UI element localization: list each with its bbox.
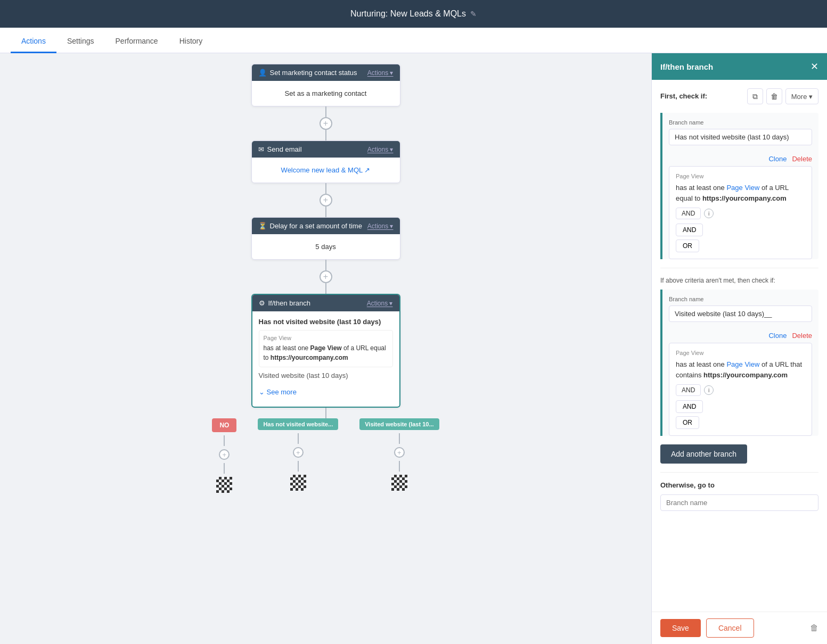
copy-btn[interactable]: ⧉ [747,88,763,104]
no-end-marker [216,477,232,493]
has-not-connector-line-2 [298,461,299,472]
workflow-flow: 👤 Set marketing contact status Actions ▾… [171,64,480,493]
tab-performance[interactable]: Performance [105,30,169,53]
panel-toolbar: ⧉ 🗑 More ▾ [747,88,818,104]
branch1-block: Branch name Clone Delete Page View has a… [660,113,818,259]
branch1-name-label: Branch name [669,119,812,126]
visited-end-marker [391,475,407,491]
visited-add-btn[interactable]: + [394,447,405,458]
branch2-criteria-text: has at least one Page View of a URL that… [676,359,805,380]
connector-line-1b [325,130,326,141]
branch2-and-filter-btn[interactable]: AND [676,384,701,396]
no-connector-line [224,435,225,446]
step-set-marketing: 👤 Set marketing contact status Actions ▾… [251,64,400,106]
step-set-marketing-header-left: 👤 Set marketing contact status [258,69,357,77]
branch1-and-filter-btn[interactable]: AND [676,208,701,219]
branch1-criteria: Page View has at least one Page View of … [259,330,393,367]
branch2-actions-row: Clone Delete [662,328,818,343]
step-send-email-body: Welcome new lead & MQL ↗ [252,158,400,183]
panel-footer: Save Cancel 🗑 [652,612,827,644]
panel-body: First, check if: ⧉ 🗑 More ▾ Branch name … [652,80,827,612]
has-not-end-marker [290,475,306,491]
step-delay-actions-btn[interactable]: Actions ▾ [367,222,394,230]
branch2-or-btn[interactable]: OR [676,416,699,429]
add-step-btn-3[interactable]: + [320,270,332,283]
criteria-body-text: has at least one Page View of a URL equa… [264,343,388,362]
add-branch-btn[interactable]: Add another branch [660,444,747,464]
branch1-actions-row: Clone Delete [662,152,818,166]
otherwise-label: Otherwise, go to [660,481,818,489]
connector-1: + [320,106,332,141]
branch-icon: ⚙ [259,299,265,307]
branch1-clone-link[interactable]: Clone [768,155,787,163]
panel-header: If/then branch ✕ [652,53,827,80]
save-btn[interactable]: Save [660,619,701,637]
step-if-then-label: If/then branch [268,299,311,307]
connector-line-1 [325,106,326,117]
trash-toolbar-btn[interactable]: 🗑 [766,88,782,104]
footer-trash-btn[interactable]: 🗑 [810,623,818,633]
branch1-criteria-box: Page View has at least one Page View of … [669,166,812,259]
connector-line-3b [325,283,326,294]
step-set-marketing-header: 👤 Set marketing contact status Actions ▾ [252,64,400,81]
step-send-email-header-left: ✉ Send email [258,145,302,153]
branch-has-not: Has not visited website... + [258,418,338,491]
no-add-btn[interactable]: + [219,449,230,460]
branch-no: NO + [212,418,236,493]
branch2-name-label: Branch name [669,296,812,302]
workflow-canvas: 👤 Set marketing contact status Actions ▾… [0,53,651,644]
add-step-btn-1[interactable]: + [320,117,332,130]
step-set-marketing-actions-btn[interactable]: Actions ▾ [367,69,394,77]
cancel-btn[interactable]: Cancel [706,618,754,638]
more-btn[interactable]: More ▾ [785,88,818,104]
branch2-block-inner: Branch name [662,290,818,328]
branch-visited: Visited website (last 10... + [359,418,439,491]
email-link[interactable]: Welcome new lead & MQL ↗ [281,166,371,174]
branch2-delete-link[interactable]: Delete [792,332,812,340]
branch2-and-btn[interactable]: AND [676,400,703,413]
connector-2: + [320,183,332,217]
step-set-marketing-label: Set marketing contact status [270,69,357,77]
branch2-block: Branch name Clone Delete Page View has a… [660,290,818,436]
tab-actions[interactable]: Actions [11,30,56,53]
tab-settings[interactable]: Settings [56,30,105,53]
section-divider-1 [660,268,818,268]
branch1-name-input[interactable] [669,129,812,145]
step-delay-header: ⏳ Delay for a set amount of time Actions… [252,218,400,234]
no-connector-line-2 [224,463,225,474]
delay-icon: ⏳ [258,222,267,230]
otherwise-name-input[interactable] [660,494,818,511]
main-area: 👤 Set marketing contact status Actions ▾… [0,53,827,644]
add-step-btn-2[interactable]: + [320,194,332,207]
panel-close-btn[interactable]: ✕ [810,61,818,72]
connector-3: + [320,260,332,294]
tab-history[interactable]: History [169,30,214,53]
otherwise-section: Otherwise, go to [660,481,818,511]
branch1-or-btn[interactable]: OR [676,240,699,252]
branch2-filter-row: AND i [676,384,805,396]
step-send-email-header: ✉ Send email Actions ▾ [252,141,400,158]
step-delay-label: Delay for a set amount of time [270,222,362,230]
branch-visited-label: Visited website (last 10... [359,418,439,430]
branch1-delete-link[interactable]: Delete [792,155,812,163]
branch2-clone-link[interactable]: Clone [768,332,787,340]
step-if-then-actions-btn[interactable]: Actions ▾ [367,300,393,307]
page-view-title: Page View [264,335,388,341]
connector-4 [325,408,326,418]
branch2-label: Visited website (last 10 days) [259,371,393,379]
has-not-connector-line [298,433,299,444]
connector-line-2 [325,183,326,194]
branch2-info-icon[interactable]: i [704,385,714,395]
branch1-label: Has not visited website (last 10 days) [259,318,393,326]
branch1-and-btn[interactable]: AND [676,224,703,236]
step-if-then-body: Has not visited website (last 10 days) P… [252,311,399,407]
branch2-name-input[interactable] [669,306,812,322]
step-send-email-actions-btn[interactable]: Actions ▾ [367,146,394,153]
edit-title-icon[interactable]: ✎ [470,10,477,18]
has-not-add-btn[interactable]: + [293,447,304,458]
step-delay-body: 5 days [252,234,400,259]
branch1-info-icon[interactable]: i [704,209,714,218]
see-more-link[interactable]: ⌄ See more [259,384,393,400]
panel-title: If/then branch [660,62,713,71]
branch2-criteria-box: Page View has at least one Page View of … [669,343,812,436]
